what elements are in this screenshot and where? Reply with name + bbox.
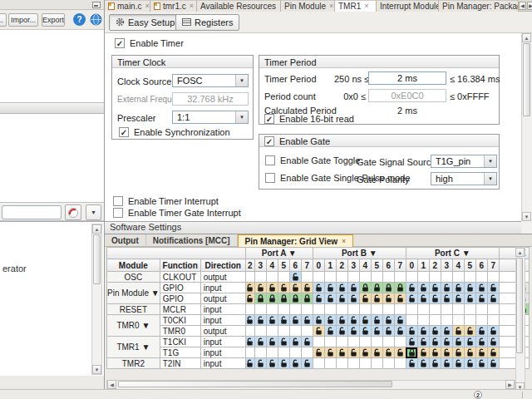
pin-cell-RC4[interactable]	[452, 293, 464, 304]
prescaler-select[interactable]: 1:1 ▼	[172, 111, 249, 124]
pin-cell-RA6[interactable]	[289, 293, 301, 304]
pin-cell-RB0[interactable]	[313, 326, 324, 337]
pin-cell-RB3[interactable]	[347, 293, 359, 304]
project-tree-panel[interactable]: erator ▲ ▼	[0, 221, 104, 376]
scroll-up-icon[interactable]: ▲	[92, 224, 101, 234]
chevron-down-icon[interactable]: ▼	[235, 75, 248, 86]
enable-gate-checkbox[interactable]: Enable Gate	[264, 136, 330, 146]
pin-cell-RA4[interactable]	[266, 293, 278, 304]
pin-cell-RA6[interactable]	[289, 358, 301, 369]
tab-available-resources[interactable]: Available Resources×	[197, 0, 281, 12]
pin-cell-RB7[interactable]	[394, 326, 406, 337]
pin-cell-RB1[interactable]	[324, 347, 336, 358]
pin-cell-RC5[interactable]	[464, 358, 475, 369]
pin-cell-RC7[interactable]	[487, 283, 499, 293]
external-frequency-field[interactable]: 32.768 kHz	[172, 92, 249, 106]
chevron-down-icon[interactable]: ▼	[484, 173, 496, 185]
pin-cell-RC6[interactable]	[475, 358, 487, 369]
pin-cell-RB7[interactable]	[394, 315, 406, 326]
chevron-down-icon[interactable]: ▼	[484, 155, 496, 167]
software-settings-header[interactable]: Software Settings	[105, 221, 521, 234]
tab-tmr1[interactable]: TMR1×	[335, 0, 377, 12]
pin-cell-RB6[interactable]	[382, 326, 394, 337]
scroll-up-icon[interactable]: ▲	[522, 33, 531, 42]
pin-cell-RB6[interactable]	[382, 347, 394, 358]
pin-cell-RC0[interactable]	[406, 347, 417, 358]
filter-field[interactable]	[2, 205, 62, 219]
pin-cell-RB0[interactable]	[313, 283, 324, 293]
pin-cell-RC4[interactable]	[452, 326, 464, 337]
pin-cell-RA6[interactable]	[289, 337, 301, 347]
tab-next-icon[interactable]: ▶	[527, 2, 532, 10]
gate-toggle-checkbox[interactable]: Enable Gate Toggle	[265, 155, 360, 165]
pin-cell-RB5[interactable]	[371, 283, 382, 293]
pin-cell-RC1[interactable]	[417, 358, 429, 369]
enable-timer-checkbox[interactable]: Enable Timer	[115, 38, 184, 48]
pin-cell-RC3[interactable]	[441, 358, 452, 369]
tab-tmr1-c[interactable]: tmr1.c×	[150, 0, 197, 12]
pin-cell-RC5[interactable]	[464, 347, 475, 358]
pin-cell-RC3[interactable]	[441, 293, 452, 304]
pin-cell-RC1[interactable]	[417, 337, 429, 347]
pin-cell-RB5[interactable]	[371, 326, 382, 337]
pin-cell-RB4[interactable]	[359, 315, 371, 326]
pin-cell-RC3[interactable]	[441, 283, 452, 293]
scrollbar-thumb[interactable]	[118, 381, 392, 387]
pin-cell-RB7[interactable]	[394, 293, 406, 304]
pin-cell-RC1[interactable]	[417, 347, 429, 358]
tab-pin-module[interactable]: Pin Module×	[281, 0, 335, 12]
tab-prev-icon[interactable]: ◀	[519, 2, 526, 10]
pin-cell-RB0[interactable]	[313, 315, 324, 326]
pin-cell-RC5[interactable]	[464, 293, 475, 304]
pin-cell-RB7[interactable]	[394, 283, 406, 293]
pin-cell-RC7[interactable]	[487, 337, 499, 347]
pin-cell-RB1[interactable]	[324, 315, 336, 326]
dropdown-button[interactable]: ▼	[86, 204, 101, 220]
pin-cell-RB5[interactable]	[371, 347, 382, 358]
pin-cell-RC3[interactable]	[441, 347, 452, 358]
scroll-right-icon[interactable]: ▶	[505, 380, 515, 389]
pin-cell-RC0[interactable]	[406, 326, 417, 337]
scrollbar-thumb[interactable]	[516, 258, 523, 353]
pin-cell-RA2[interactable]	[245, 315, 254, 326]
chevron-down-icon[interactable]: ▼	[235, 111, 248, 123]
gate-signal-source-select[interactable]: T1G_pin ▼	[431, 155, 497, 168]
port-group-header-C[interactable]: Port C ▼	[406, 248, 499, 259]
pin-cell-RC2[interactable]	[429, 293, 441, 304]
close-icon[interactable]: ×	[364, 2, 368, 10]
pin-cell-RA2[interactable]	[245, 358, 254, 369]
pin-cell-RC6[interactable]	[475, 337, 487, 347]
pin-cell-RB2[interactable]	[336, 326, 347, 337]
grid-vertical-scrollbar[interactable]: ▲ ▼	[515, 247, 525, 392]
pin-cell-RC1[interactable]	[417, 326, 429, 337]
pin-cell-RA5[interactable]	[278, 283, 289, 293]
enable-timer-gate-interrupt-checkbox[interactable]: Enable Timer Gate Interrupt	[113, 208, 241, 218]
pin-cell-RC2[interactable]	[429, 326, 441, 337]
pin-cell-RA5[interactable]	[278, 358, 289, 369]
pin-cell-RA3[interactable]	[254, 293, 266, 304]
tab-interrupt-module[interactable]: Interrupt Module×	[377, 0, 439, 12]
pin-cell-RB3[interactable]	[347, 326, 359, 337]
pin-cell-RC4[interactable]	[452, 283, 464, 293]
pin-cell-RA4[interactable]	[266, 337, 278, 347]
pin-cell-RC2[interactable]	[429, 283, 441, 293]
registers-button[interactable]: Registers	[175, 14, 239, 31]
pin-cell-RB1[interactable]	[324, 283, 336, 293]
pin-cell-RA7[interactable]	[301, 283, 313, 293]
pin-cell-RA5[interactable]	[278, 315, 289, 326]
pin-cell-RB7[interactable]	[394, 347, 406, 358]
pin-cell-RB1[interactable]	[324, 326, 336, 337]
pin-cell-RC6[interactable]	[475, 293, 487, 304]
pin-cell-RC1[interactable]	[417, 283, 429, 293]
pin-cell-RB3[interactable]	[347, 315, 359, 326]
pin-cell-RC5[interactable]	[464, 337, 475, 347]
pin-cell-RB0[interactable]	[313, 293, 324, 304]
pin-cell-RC7[interactable]	[487, 347, 499, 358]
pin-cell-RB4[interactable]	[359, 326, 371, 337]
enable-synchronization-checkbox[interactable]: Enable Synchronization	[119, 127, 230, 137]
pin-cell-RA3[interactable]	[254, 315, 266, 326]
pin-cell-RB3[interactable]	[347, 283, 359, 293]
minimize-window-icon[interactable]	[92, 2, 101, 8]
module-cell[interactable]: Pin Module ▼	[107, 283, 160, 304]
pin-cell-RC0[interactable]	[406, 337, 417, 347]
